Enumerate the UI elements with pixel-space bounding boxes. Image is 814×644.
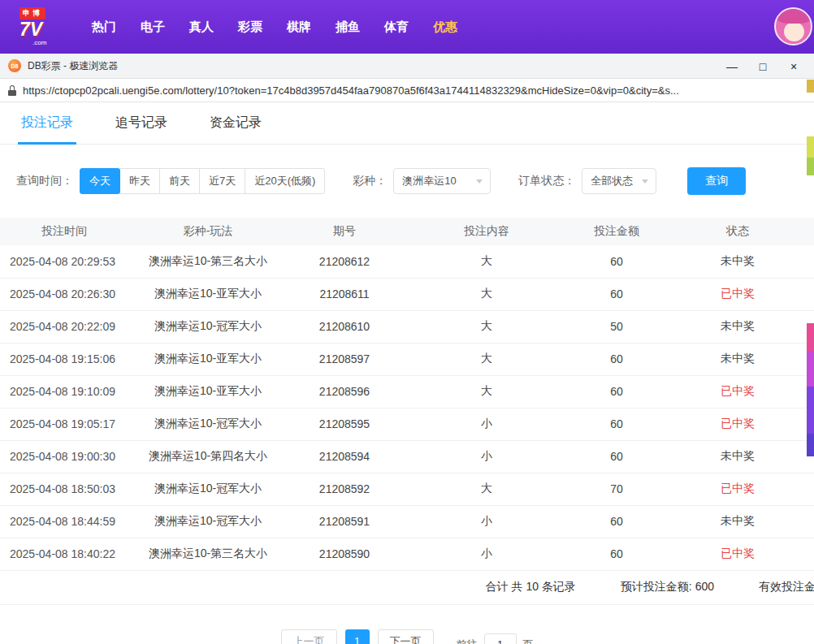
nav-item[interactable]: 优惠 [421,19,470,35]
cell-bet-content: 大 [401,343,572,375]
tab[interactable]: 资金记录 [206,115,265,144]
chevron-down-icon [642,179,648,184]
table-row: 2025-04-08 18:40:22 澳洲幸运10-第三名大小 2120859… [0,538,814,570]
cell-game-play: 澳洲幸运10-冠军大小 [128,473,288,505]
order-status-select[interactable]: 全部状态 [582,168,656,194]
cell-bet-time: 2025-04-08 20:22:09 [0,310,128,343]
bet-records-table: 投注时间 彩种-玩法 期号 投注内容 投注金额 状态 [0,218,814,571]
cell-bet-time: 2025-04-08 19:15:06 [0,343,128,375]
lock-icon [8,85,16,96]
cell-issue-number: 21208612 [288,245,401,278]
table-row: 2025-04-08 19:05:17 澳洲幸运10-冠军大小 21208595… [0,408,814,440]
background-strip [807,158,814,175]
cell-status: 已中奖 [661,473,814,505]
cell-bet-time: 2025-04-08 18:40:22 [0,538,128,570]
user-avatar[interactable] [774,7,812,45]
cell-bet-amount: 60 [572,375,661,408]
cell-game-play: 澳洲幸运10-亚军大小 [128,278,288,310]
column-header: 投注内容 [401,218,572,245]
cell-game-play: 澳洲幸运10-冠军大小 [128,408,288,440]
nav-item[interactable]: 体育 [372,19,421,35]
order-status-select-value: 全部状态 [591,174,633,188]
cell-bet-amount: 60 [572,245,661,278]
cell-issue-number: 21208592 [288,473,401,505]
cell-status: 已中奖 [661,375,814,408]
cell-game-play: 澳洲幸运10-冠军大小 [128,505,288,538]
cell-issue-number: 21208591 [288,505,401,538]
cell-bet-amount: 60 [572,440,661,473]
table-row: 2025-04-08 19:10:09 澳洲幸运10-亚军大小 21208596… [0,375,814,408]
cell-bet-amount: 60 [572,538,661,570]
search-button[interactable]: 查询 [687,167,746,195]
goto-page-input[interactable] [484,633,517,644]
cell-status: 未中奖 [661,343,814,375]
tab[interactable]: 投注记录 [18,115,76,144]
column-header: 投注时间 [0,218,128,245]
cell-game-play: 澳洲幸运10-第三名大小 [128,245,288,278]
nav-item[interactable]: 电子 [128,19,177,35]
lottery-filter-label: 彩种： [353,174,387,188]
current-page[interactable]: 1 [345,629,370,644]
goto-page-suffix: 页 [523,638,534,644]
window-controls: — □ × [717,54,809,79]
background-strip [807,136,814,158]
page-content: 投注记录 追号记录 资金记录 查询时间： 今天 昨天 前天 近7天 近20 [0,102,814,644]
chevron-down-icon [476,179,483,184]
time-filter-group: 今天 昨天 前天 近7天 近20天(低频) [80,168,325,194]
site-nav: 申博 7V .com 热门 电子 真人 彩票 棋牌 捕鱼 体育 优惠 [0,0,814,54]
nav-item[interactable]: 捕鱼 [323,19,372,35]
cell-bet-amount: 70 [572,473,661,505]
cell-bet-content: 小 [401,440,572,473]
nav-item[interactable]: 彩票 [226,19,275,35]
summary-valid-amount: 有效投注金额 [759,580,814,594]
site-logo-badge: 申博 [19,7,45,19]
background-strip [807,80,814,93]
time-filter-button[interactable]: 昨天 [119,168,160,194]
cell-status: 未中奖 [661,440,814,473]
column-header: 期号 [288,218,401,245]
maximize-icon[interactable]: □ [747,54,778,79]
table-header: 投注时间 彩种-玩法 期号 投注内容 投注金额 状态 [0,218,814,245]
column-header: 状态 [661,218,814,245]
cell-game-play: 澳洲幸运10-亚军大小 [128,343,288,375]
goto-page: 前往 页 [457,629,534,644]
table-row: 2025-04-08 20:26:30 澳洲幸运10-亚军大小 21208611… [0,278,814,310]
prev-page-button[interactable]: 上一页 [281,629,337,644]
summary-bar: 合计 共 10 条记录 预计投注金额: 600 有效投注金额 [0,571,814,605]
cell-game-play: 澳洲幸运10-亚军大小 [128,375,288,408]
background-strip [807,434,814,456]
time-filter-button[interactable]: 前天 [159,168,200,194]
minimize-icon[interactable]: — [717,54,747,79]
cell-issue-number: 21208597 [288,343,401,375]
lottery-select-value: 澳洲幸运10 [402,174,456,188]
nav-item[interactable]: 棋牌 [275,19,323,35]
goto-page-label: 前往 [457,638,478,644]
time-filter-button[interactable]: 近7天 [199,168,245,194]
next-page-button[interactable]: 下一页 [378,629,434,644]
cell-bet-time: 2025-04-08 18:44:59 [0,505,128,538]
summary-expected-amount: 预计投注金额: 600 [621,580,714,594]
tab[interactable]: 追号记录 [112,115,171,144]
site-logo-suffix: .com [32,40,46,46]
cell-bet-time: 2025-04-08 19:00:30 [0,440,128,473]
cell-bet-time: 2025-04-08 18:50:03 [0,473,128,505]
cell-game-play: 澳洲幸运10-第四名大小 [128,440,288,473]
column-header: 彩种-玩法 [128,218,288,245]
cell-issue-number: 21208611 [288,278,401,310]
nav-item[interactable]: 真人 [177,19,226,35]
order-status-filter-label: 订单状态： [518,174,575,188]
browser-window-title: DB彩票 - 极速浏览器 [28,59,118,73]
time-filter-button[interactable]: 今天 [80,168,120,194]
cell-bet-time: 2025-04-08 19:05:17 [0,408,128,440]
cell-status: 未中奖 [661,245,814,278]
close-icon[interactable]: × [778,54,809,79]
lottery-select[interactable]: 澳洲幸运10 [393,168,491,194]
browser-url-bar[interactable]: https://ctopcp02pcali.uengi5e.com/lotter… [0,79,814,102]
site-logo[interactable]: 申博 7V .com [19,7,67,45]
cell-issue-number: 21208590 [288,538,401,570]
cell-status: 未中奖 [661,310,814,343]
cell-bet-content: 小 [401,538,572,570]
time-filter-button[interactable]: 近20天(低频) [245,168,325,194]
nav-item[interactable]: 热门 [80,19,128,35]
cell-game-play: 澳洲幸运10-冠军大小 [128,310,288,343]
